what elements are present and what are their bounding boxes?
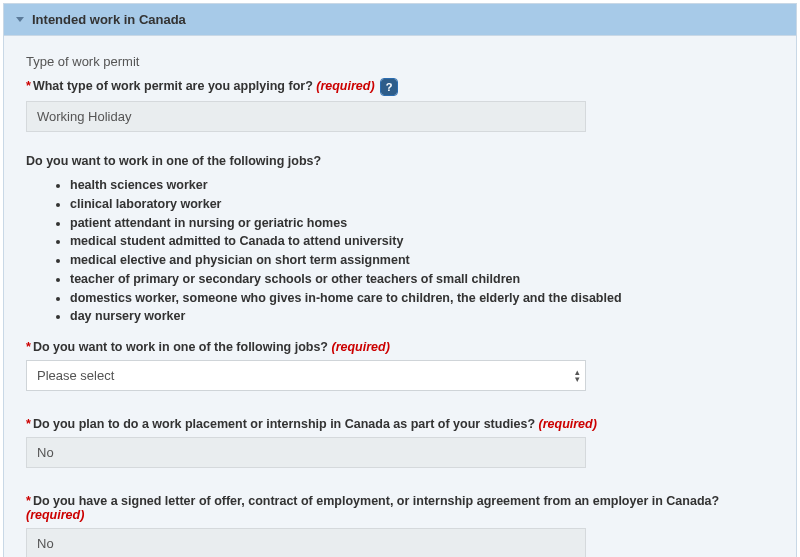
list-item: medical student admitted to Canada to at… <box>70 232 774 251</box>
following-jobs-select[interactable]: Please select <box>26 360 586 391</box>
question-following-jobs: *Do you want to work in one of the follo… <box>26 340 774 354</box>
help-icon[interactable]: ? <box>381 79 397 95</box>
required-text: (required) <box>26 508 84 522</box>
jobs-intro: Do you want to work in one of the follow… <box>26 154 774 168</box>
question-offer-letter: *Do you have a signed letter of offer, c… <box>26 494 774 522</box>
list-item: clinical laboratory worker <box>70 195 774 214</box>
question-permit-type: *What type of work permit are you applyi… <box>26 79 774 95</box>
panel-intended-work: Intended work in Canada Type of work per… <box>3 3 797 557</box>
question-permit-type-label: What type of work permit are you applyin… <box>33 79 313 93</box>
section-label: Type of work permit <box>26 54 774 69</box>
list-item: medical elective and physician on short … <box>70 251 774 270</box>
question-offer-letter-label: Do you have a signed letter of offer, co… <box>33 494 719 508</box>
following-jobs-select-wrap: Please select ▴ ▾ <box>26 360 586 391</box>
required-star: * <box>26 340 31 354</box>
caret-down-icon <box>16 17 24 22</box>
required-star: * <box>26 494 31 508</box>
required-star: * <box>26 417 31 431</box>
required-star: * <box>26 79 31 93</box>
panel-header[interactable]: Intended work in Canada <box>4 4 796 36</box>
list-item: day nursery worker <box>70 307 774 326</box>
panel-body: Type of work permit *What type of work p… <box>4 36 796 557</box>
list-item: patient attendant in nursing or geriatri… <box>70 214 774 233</box>
required-text: (required) <box>539 417 597 431</box>
list-item: domestics worker, someone who gives in-h… <box>70 289 774 308</box>
question-following-jobs-label: Do you want to work in one of the follow… <box>33 340 328 354</box>
list-item: teacher of primary or secondary schools … <box>70 270 774 289</box>
permit-type-field: Working Holiday <box>26 101 586 132</box>
required-text: (required) <box>316 79 374 93</box>
jobs-list: health sciences worker clinical laborato… <box>70 176 774 326</box>
panel-title: Intended work in Canada <box>32 12 186 27</box>
offer-letter-field: No <box>26 528 586 557</box>
required-text: (required) <box>331 340 389 354</box>
internship-field: No <box>26 437 586 468</box>
question-internship-label: Do you plan to do a work placement or in… <box>33 417 535 431</box>
list-item: health sciences worker <box>70 176 774 195</box>
question-internship: *Do you plan to do a work placement or i… <box>26 417 774 431</box>
